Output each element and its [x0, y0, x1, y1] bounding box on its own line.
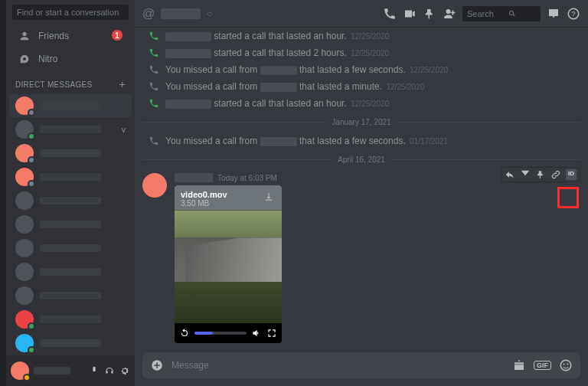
- call-missed-icon: [149, 136, 159, 146]
- call-event: You missed a call from that lasted a few…: [142, 132, 580, 149]
- svg-text:?: ?: [571, 10, 575, 18]
- call-missed-icon: [149, 81, 159, 92]
- user-panel: [6, 355, 135, 386]
- svg-point-4: [564, 364, 565, 365]
- pinned-icon[interactable]: [423, 7, 436, 21]
- channel-header: @ ○ Search ?: [135, 0, 588, 28]
- gif-button[interactable]: GIF: [534, 361, 551, 370]
- mute-icon[interactable]: [89, 365, 100, 376]
- guild-rail: [0, 0, 6, 386]
- nitro-icon: [18, 53, 31, 65]
- dm-item[interactable]: [9, 189, 132, 212]
- add-friend-icon[interactable]: [443, 7, 456, 21]
- start-video-icon[interactable]: [403, 7, 416, 21]
- call-event: You missed a call from that lasted a min…: [142, 78, 580, 95]
- message-hover-actions: ID: [501, 167, 580, 182]
- message-list: started a call that lasted an hour. 12/2…: [135, 28, 588, 352]
- call-started-icon: [149, 47, 159, 58]
- link-icon[interactable]: [550, 169, 561, 180]
- start-voice-icon[interactable]: [383, 7, 397, 21]
- attachment-filename: video0.mov: [181, 190, 227, 199]
- attachment-header: video0.mov 3.50 MB: [175, 185, 282, 211]
- copy-id-button[interactable]: ID: [566, 169, 577, 180]
- gift-icon[interactable]: [512, 358, 526, 372]
- chevron-down-icon: v: [122, 126, 126, 134]
- attach-icon[interactable]: [150, 358, 164, 372]
- message-timestamp: Today at 6:03 PM: [217, 174, 277, 182]
- search-icon: [508, 9, 517, 18]
- deafen-icon[interactable]: [104, 365, 115, 376]
- search-placeholder: Search: [467, 9, 494, 18]
- at-icon: @: [142, 7, 155, 21]
- call-event: started a call that lasted an hour. 12/2…: [142, 95, 580, 112]
- chat-input[interactable]: Message: [172, 360, 505, 371]
- attachment-size: 3.50 MB: [181, 199, 227, 208]
- dm-item[interactable]: [9, 165, 132, 188]
- dm-section-header: DIRECT MESSAGES +: [6, 70, 135, 93]
- help-icon[interactable]: ?: [567, 7, 580, 21]
- video-progress[interactable]: [194, 332, 247, 335]
- main: @ ○ Search ? started a call that lasted …: [135, 0, 588, 386]
- header-search-input[interactable]: Search: [462, 6, 541, 21]
- download-highlight: [557, 187, 579, 208]
- react-icon[interactable]: [520, 169, 531, 180]
- dm-item[interactable]: [9, 332, 132, 355]
- dm-item[interactable]: [9, 260, 132, 283]
- download-button[interactable]: [262, 190, 276, 204]
- volume-icon[interactable]: [251, 328, 262, 339]
- video-controls: [175, 323, 282, 343]
- svg-point-3: [560, 360, 571, 371]
- dm-item[interactable]: [9, 213, 132, 236]
- emoji-icon[interactable]: [559, 358, 573, 372]
- reply-icon[interactable]: [505, 169, 515, 180]
- dm-item[interactable]: v: [9, 118, 132, 141]
- call-event: started a call that lasted an hour. 12/2…: [142, 28, 580, 44]
- status-indicator: ○: [207, 8, 212, 19]
- dm-item[interactable]: [9, 308, 132, 331]
- channel-name: [161, 8, 201, 19]
- call-started-icon: [149, 31, 159, 41]
- date-divider: January 17, 2021: [142, 118, 580, 126]
- call-event: You missed a call from that lasted a few…: [142, 61, 580, 78]
- settings-icon[interactable]: [119, 365, 130, 376]
- nav-friends-label: Friends: [38, 31, 69, 41]
- self-avatar[interactable]: [11, 361, 29, 380]
- dm-add-icon[interactable]: +: [119, 78, 126, 90]
- call-missed-icon: [149, 64, 159, 75]
- nav-nitro[interactable]: Nitro: [11, 48, 130, 70]
- inbox-icon[interactable]: [547, 7, 560, 21]
- call-event: started a call that lasted 2 hours. 12/2…: [142, 44, 580, 61]
- svg-point-5: [567, 364, 568, 365]
- dm-item[interactable]: [9, 237, 132, 260]
- dm-item[interactable]: [9, 284, 132, 307]
- nav-friends[interactable]: Friends 1: [11, 25, 130, 47]
- dm-search-input[interactable]: Find or start a conversation: [12, 5, 129, 20]
- message-author[interactable]: [175, 173, 213, 182]
- date-divider: April 16, 2021: [142, 155, 580, 164]
- download-icon: [263, 191, 274, 202]
- friends-badge: 1: [112, 30, 122, 41]
- nav-nitro-label: Nitro: [38, 54, 57, 64]
- dm-list: v: [6, 93, 135, 355]
- message: Today at 6:03 PM video0.mov 3.50 MB: [142, 170, 580, 346]
- self-name: [34, 367, 70, 375]
- sidebar: Find or start a conversation Friends 1 N…: [6, 0, 135, 386]
- replay-icon[interactable]: [179, 328, 190, 339]
- chat-input-bar: Message GIF: [142, 352, 580, 378]
- call-started-icon: [149, 98, 159, 109]
- message-avatar[interactable]: [142, 173, 167, 198]
- dm-item[interactable]: [9, 94, 132, 117]
- friends-icon: [18, 30, 31, 42]
- dm-header-label: DIRECT MESSAGES: [15, 80, 92, 89]
- dm-item[interactable]: [9, 142, 132, 165]
- fullscreen-icon[interactable]: [266, 328, 277, 339]
- pin-icon[interactable]: [535, 169, 546, 180]
